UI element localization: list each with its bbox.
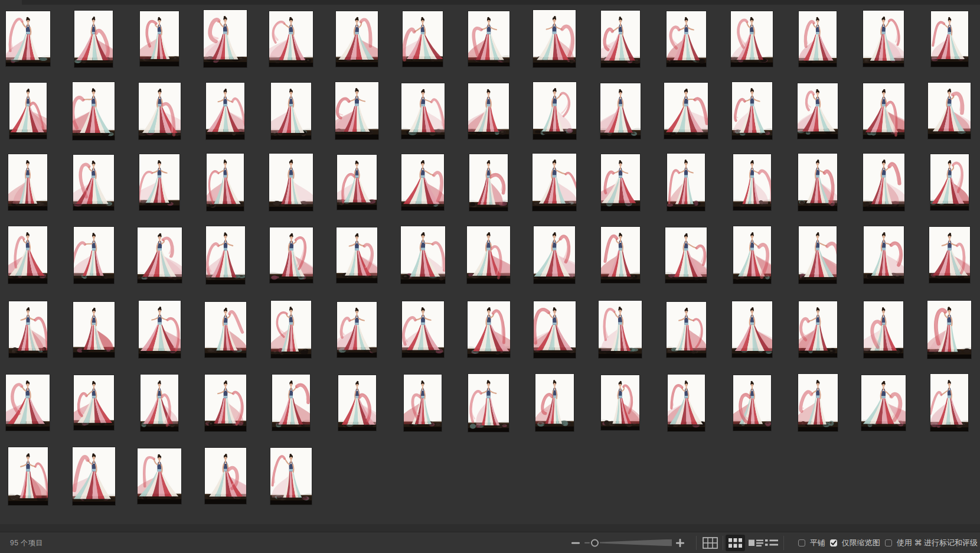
- photo-thumbnail[interactable]: [668, 375, 705, 431]
- photo-thumbnail[interactable]: [731, 11, 773, 67]
- photo-thumbnail[interactable]: [601, 154, 640, 211]
- photo-thumbnail[interactable]: [535, 374, 574, 431]
- photo-thumbnail[interactable]: [601, 11, 640, 67]
- photo-thumbnail[interactable]: [799, 226, 837, 284]
- photo-thumbnail[interactable]: [74, 227, 114, 284]
- photo-thumbnail[interactable]: [271, 83, 311, 139]
- photo-thumbnail[interactable]: [205, 375, 246, 431]
- photo-thumbnail[interactable]: [336, 11, 378, 67]
- photo-thumbnail[interactable]: [533, 82, 576, 139]
- thumbnail-size-slider-thumb[interactable]: [591, 539, 599, 547]
- photo-thumbnail[interactable]: [864, 301, 903, 358]
- photo-thumbnail[interactable]: [533, 10, 576, 67]
- photo-thumbnail[interactable]: [667, 154, 705, 211]
- photo-thumbnail[interactable]: [270, 227, 313, 283]
- command-rating-checkbox[interactable]: [885, 539, 892, 547]
- photo-thumbnail[interactable]: [74, 11, 113, 67]
- photo-thumbnail[interactable]: [138, 448, 181, 504]
- photo-thumbnail[interactable]: [401, 83, 445, 139]
- photo-thumbnail[interactable]: [139, 83, 181, 139]
- photo-thumbnail[interactable]: [73, 302, 115, 357]
- photo-thumbnail[interactable]: [468, 374, 509, 432]
- photo-thumbnail[interactable]: [271, 301, 311, 358]
- photo-thumbnail[interactable]: [337, 302, 377, 357]
- photo-thumbnail[interactable]: [863, 154, 904, 211]
- photo-thumbnail[interactable]: [468, 11, 509, 66]
- photo-thumbnail[interactable]: [269, 11, 313, 67]
- photo-thumbnail[interactable]: [799, 301, 837, 357]
- thumbnails-only-option[interactable]: 仅限缩览图: [830, 538, 880, 548]
- photo-thumbnail[interactable]: [469, 154, 508, 211]
- photo-thumbnail[interactable]: [861, 375, 906, 431]
- photo-thumbnail[interactable]: [73, 447, 115, 505]
- photo-thumbnail[interactable]: [930, 154, 969, 210]
- thumbnails-only-checkbox[interactable]: [830, 539, 837, 547]
- photo-thumbnail[interactable]: [139, 301, 181, 358]
- photo-thumbnail[interactable]: [732, 82, 772, 139]
- photo-thumbnail[interactable]: [269, 154, 313, 211]
- photo-thumbnail[interactable]: [732, 301, 772, 357]
- photo-thumbnail[interactable]: [74, 375, 114, 430]
- photo-thumbnail[interactable]: [401, 226, 445, 284]
- photo-thumbnail[interactable]: [73, 82, 115, 140]
- photo-thumbnail[interactable]: [600, 83, 641, 139]
- slider-track-left[interactable]: [584, 542, 590, 544]
- photo-thumbnail[interactable]: [798, 374, 838, 431]
- view-details-button[interactable]: [746, 535, 766, 551]
- photo-thumbnail[interactable]: [930, 374, 968, 431]
- photo-thumbnail[interactable]: [272, 375, 310, 431]
- photo-thumbnail[interactable]: [599, 301, 642, 358]
- photo-thumbnail[interactable]: [927, 301, 971, 359]
- photo-thumbnail[interactable]: [799, 11, 837, 67]
- photo-thumbnail[interactable]: [9, 301, 47, 357]
- photo-thumbnail[interactable]: [138, 227, 182, 283]
- view-grid-outline-button[interactable]: [700, 535, 720, 551]
- zoom-out-button[interactable]: [570, 538, 581, 548]
- photo-thumbnail[interactable]: [205, 302, 246, 357]
- photo-thumbnail[interactable]: [8, 226, 47, 284]
- photo-thumbnail[interactable]: [270, 448, 312, 505]
- photo-thumbnail[interactable]: [533, 154, 576, 211]
- photo-thumbnail[interactable]: [931, 11, 968, 67]
- photo-thumbnail[interactable]: [798, 154, 837, 211]
- photo-thumbnail[interactable]: [534, 226, 575, 284]
- photo-thumbnail[interactable]: [863, 83, 904, 139]
- photo-thumbnail[interactable]: [928, 83, 971, 139]
- command-rating-option[interactable]: 使用 ⌘ 进行标记和评级: [885, 538, 978, 548]
- photo-thumbnail[interactable]: [205, 448, 246, 504]
- view-thumbnail-grid-button[interactable]: [726, 535, 745, 551]
- photo-thumbnail[interactable]: [335, 82, 378, 139]
- photo-thumbnail[interactable]: [8, 447, 48, 505]
- photo-thumbnail[interactable]: [6, 375, 50, 431]
- photo-thumbnail[interactable]: [467, 226, 510, 284]
- tile-checkbox[interactable]: [798, 539, 805, 547]
- photo-thumbnail[interactable]: [733, 154, 771, 210]
- photo-thumbnail[interactable]: [206, 83, 244, 139]
- zoom-in-button[interactable]: [675, 538, 685, 548]
- photo-thumbnail[interactable]: [140, 11, 179, 66]
- photo-thumbnail[interactable]: [864, 226, 904, 284]
- photo-thumbnail[interactable]: [73, 155, 114, 210]
- view-list-button[interactable]: [764, 535, 779, 551]
- photo-thumbnail[interactable]: [337, 227, 377, 283]
- photo-thumbnail[interactable]: [9, 83, 47, 139]
- photo-thumbnail[interactable]: [139, 154, 179, 210]
- photo-thumbnail[interactable]: [601, 227, 640, 283]
- photo-thumbnail[interactable]: [664, 83, 708, 139]
- photo-thumbnail[interactable]: [667, 11, 706, 67]
- photo-thumbnail[interactable]: [337, 155, 377, 210]
- photo-thumbnail[interactable]: [403, 11, 443, 67]
- photo-thumbnail[interactable]: [665, 227, 707, 283]
- photo-thumbnail[interactable]: [863, 11, 904, 67]
- photo-thumbnail[interactable]: [401, 154, 444, 210]
- photo-thumbnail[interactable]: [601, 375, 639, 430]
- photo-thumbnail[interactable]: [207, 154, 244, 211]
- photo-thumbnail[interactable]: [141, 375, 178, 431]
- photo-thumbnail[interactable]: [798, 83, 838, 139]
- photo-thumbnail[interactable]: [468, 83, 509, 139]
- photo-thumbnail[interactable]: [6, 11, 50, 66]
- photo-thumbnail[interactable]: [929, 227, 970, 283]
- photo-thumbnail[interactable]: [8, 154, 47, 210]
- photo-thumbnail[interactable]: [338, 375, 376, 431]
- photo-thumbnail[interactable]: [402, 301, 444, 357]
